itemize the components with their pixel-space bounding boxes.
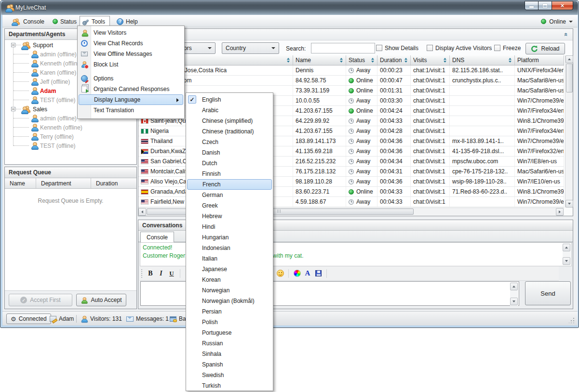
language-item-persian[interactable]: Persian: [186, 306, 273, 317]
close-button[interactable]: ×: [552, 1, 573, 10]
table-header: NameStatusDurationVisitsDNSPlatform: [138, 55, 564, 65]
language-item-sinhala[interactable]: Sinhala: [186, 349, 273, 359]
language-item-danish[interactable]: Danish: [186, 147, 273, 158]
cell-visits: chat:0/visit:1: [411, 106, 450, 116]
menu-console[interactable]: Console: [8, 16, 47, 26]
language-item-korean[interactable]: Korean: [186, 274, 273, 285]
menu-help[interactable]: ? Help: [114, 16, 141, 26]
show-details-checkbox[interactable]: [376, 45, 382, 51]
table-vertical-scrollbar[interactable]: [565, 55, 573, 208]
menu-item-options[interactable]: Options: [78, 73, 184, 84]
table-col-visits[interactable]: Visits: [411, 55, 450, 65]
agent-status[interactable]: Adam: [50, 314, 74, 324]
language-item-norwegian-bokm-l-[interactable]: Norwegian (Bokmål): [186, 296, 273, 306]
cell-status: Away: [346, 167, 377, 176]
auto-accept-icon: [81, 297, 88, 303]
language-item-turkish[interactable]: Turkish: [186, 380, 273, 391]
language-item-arabic[interactable]: Arabic: [186, 105, 273, 116]
language-item-polish[interactable]: Polish: [186, 317, 273, 327]
language-item-english[interactable]: ✓English: [186, 94, 273, 105]
emoticon-button[interactable]: [275, 269, 285, 278]
language-item-hebrew[interactable]: Hebrew: [186, 211, 273, 222]
menu-item-view-offline-messages[interactable]: View Offline Messages: [78, 49, 184, 59]
language-item-italian[interactable]: Italian: [186, 253, 273, 264]
send-button[interactable]: Send: [525, 281, 571, 305]
connected-button[interactable]: ⚙ Connected: [6, 314, 51, 324]
menu-item-organize-canned-responses[interactable]: Organize Canned Responses: [78, 84, 184, 94]
cell-dns: cpe-76-175-218-132..: [450, 167, 515, 176]
cell-name: 64.229.89.92: [293, 116, 346, 126]
menu-item-view-visitors[interactable]: View Visitors: [78, 27, 184, 38]
color-button[interactable]: [292, 269, 302, 278]
language-item-swedish[interactable]: Swedish: [186, 370, 273, 380]
visitor-row[interactable]: United Kingdom84.92.58.75Online00:00:47c…: [138, 76, 564, 86]
font-color-button[interactable]: A: [302, 269, 313, 278]
table-col-dns[interactable]: DNS: [450, 55, 515, 65]
language-item-russian[interactable]: Russian: [186, 338, 273, 349]
table-col-status[interactable]: Status: [346, 55, 377, 65]
menu-item-view-chat-records[interactable]: View Chat Records: [78, 38, 184, 49]
visitor-row[interactable]: Alajuela,San Jose,Costa RicaDennisAway00…: [138, 65, 564, 76]
menu-item-text-translation[interactable]: Text Translation: [78, 105, 184, 116]
message-input-scrollbar[interactable]: [510, 282, 518, 306]
options-icon: [81, 75, 88, 82]
cell-duration: 00:04:24: [377, 106, 411, 116]
tree-agent[interactable]: TEST (offline): [5, 141, 136, 150]
cell-visits: chat:0/visit:1: [411, 146, 450, 156]
language-item-norwegian[interactable]: Norwegian: [186, 285, 273, 296]
save-button[interactable]: [313, 269, 323, 278]
view-chat-records-icon: [81, 39, 88, 47]
reload-button[interactable]: Reload: [525, 43, 565, 54]
language-item-portuguese[interactable]: Portuguese: [186, 327, 273, 338]
cell-name: 76.175.218.132: [293, 167, 346, 176]
tree-agent[interactable]: Terry (offline): [5, 132, 136, 141]
menu-item-display-language[interactable]: Display Language: [79, 94, 183, 105]
table-col-duration[interactable]: Duration: [377, 55, 411, 65]
language-item-indonesian[interactable]: Indonesian: [186, 243, 273, 253]
table-col-name[interactable]: Name: [293, 55, 346, 65]
language-item-chinese-traditional-[interactable]: Chinese (traditional): [186, 126, 273, 137]
minimize-button[interactable]: [525, 1, 539, 10]
language-item-german[interactable]: German: [186, 190, 273, 200]
language-item-hindi[interactable]: Hindi: [186, 222, 273, 232]
language-item-spanish[interactable]: Spanish: [186, 359, 273, 370]
tab-console[interactable]: Console: [140, 232, 174, 242]
bold-button[interactable]: B: [145, 269, 156, 278]
language-item-dutch[interactable]: Dutch: [186, 158, 273, 169]
underline-button[interactable]: U: [166, 269, 177, 278]
maximize-button[interactable]: [538, 1, 552, 10]
rq-col-duration[interactable]: Duration: [91, 178, 136, 188]
italic-button[interactable]: I: [156, 269, 166, 278]
menu-item-block-list[interactable]: Block List: [78, 59, 184, 70]
collapse-expander-icon[interactable]: [11, 43, 15, 47]
language-item-czech[interactable]: Czech: [186, 137, 273, 147]
status-away-icon: [349, 139, 354, 144]
language-item-chinese-simplified-[interactable]: Chinese (simplified): [186, 116, 273, 126]
display-active-checkbox[interactable]: [427, 45, 433, 51]
search-input[interactable]: [311, 43, 375, 53]
language-item-french[interactable]: French: [187, 179, 272, 190]
language-item-hungarian[interactable]: Hungarian: [186, 232, 273, 243]
visitors-count[interactable]: Visitors: 131: [81, 314, 122, 324]
rq-col-name[interactable]: Name: [5, 180, 36, 187]
tree-agent[interactable]: Kenneth (offline): [5, 123, 136, 132]
collapse-expander-icon[interactable]: [11, 107, 15, 111]
block-list-icon: [81, 61, 88, 68]
chat-scrollbar[interactable]: [563, 243, 571, 265]
collapse-chevron-icon[interactable]: «: [563, 33, 570, 36]
resize-grip[interactable]: [569, 317, 575, 323]
table-col-platform[interactable]: Platform: [515, 55, 564, 65]
edit-agent-icon: [50, 316, 56, 322]
language-item-greek[interactable]: Greek: [186, 200, 273, 211]
online-status-dropdown[interactable]: Online: [541, 16, 573, 26]
language-item-finnish[interactable]: Finnish: [186, 169, 273, 179]
rq-col-department[interactable]: Department: [36, 178, 91, 188]
auto-accept-button[interactable]: Auto Accept: [76, 294, 126, 306]
freeze-checkbox[interactable]: [494, 45, 500, 51]
country-filter-dropdown[interactable]: Country: [222, 42, 279, 54]
titlebar[interactable]: MyLiveChat ×: [1, 1, 578, 15]
language-item-japanese[interactable]: Japanese: [186, 264, 273, 274]
menu-status[interactable]: Status: [50, 16, 80, 26]
messages-count[interactable]: Messages: 1: [126, 314, 169, 324]
accept-first-button[interactable]: ✓ Accept First: [9, 294, 72, 306]
